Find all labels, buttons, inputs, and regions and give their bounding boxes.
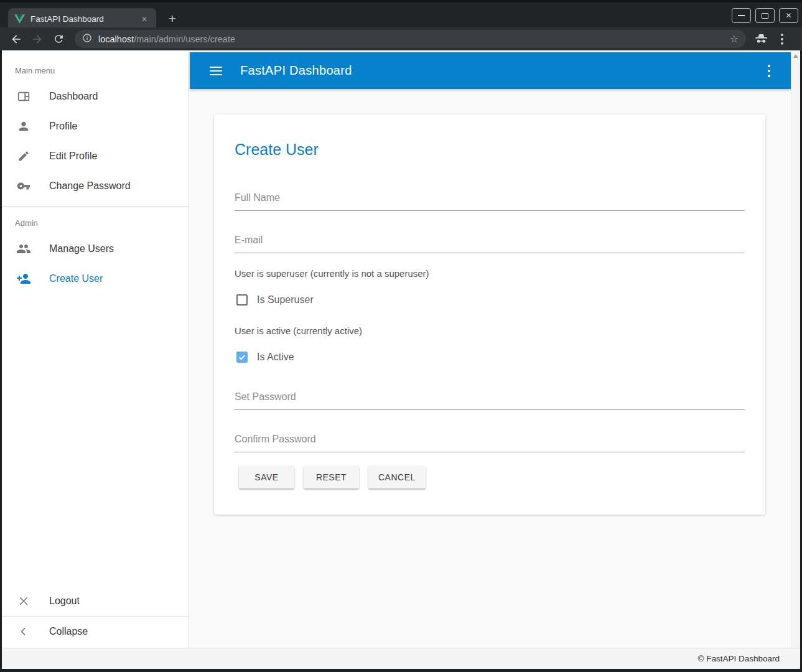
window-maximize-button[interactable] — [755, 8, 775, 23]
page-scrollbar[interactable] — [791, 50, 800, 669]
save-button[interactable]: SAVE — [239, 466, 294, 488]
back-button-icon[interactable] — [7, 30, 25, 48]
checkbox-label: Is Active — [257, 352, 294, 363]
sidebar-item-label: Edit Profile — [49, 151, 97, 162]
browser-toolbar: localhost/main/admin/users/create ☆ — [0, 27, 802, 50]
page-title: Create User — [235, 141, 319, 159]
active-hint: User is active (currently active) — [235, 325, 362, 337]
app-viewport: Main menu Dashboard Profile Edit Profile — [2, 50, 800, 669]
person-add-icon — [16, 271, 31, 286]
logout-x-icon — [16, 594, 31, 609]
forward-button-icon[interactable] — [29, 30, 46, 48]
confirm-password-input[interactable] — [235, 433, 745, 452]
window-close-button[interactable]: ✕ — [779, 8, 798, 23]
new-tab-button[interactable]: + — [163, 9, 182, 28]
email-input[interactable] — [235, 234, 745, 253]
is-superuser-checkbox[interactable]: Is Superuser — [236, 292, 314, 307]
sidebar-item-collapse[interactable]: Collapse — [2, 617, 189, 646]
sidebar-item-change-password[interactable]: Change Password — [2, 171, 189, 201]
reload-button-icon[interactable] — [50, 30, 67, 48]
app-bar: FastAPI Dashboard — [190, 52, 791, 89]
close-icon: ✕ — [785, 12, 791, 19]
sidebar-item-label: Collapse — [49, 626, 88, 637]
bookmark-star-icon[interactable]: ☆ — [730, 33, 739, 45]
sidebar-item-profile[interactable]: Profile — [2, 111, 189, 141]
is-active-checkbox[interactable]: Is Active — [236, 350, 294, 365]
main-content: FastAPI Dashboard Create User User is su… — [190, 50, 791, 648]
sidebar-item-label: Dashboard — [49, 91, 98, 102]
set-password-field — [235, 391, 745, 410]
incognito-icon — [752, 30, 770, 48]
superuser-hint: User is superuser (currently is not a su… — [235, 268, 429, 280]
dashboard-icon — [16, 89, 31, 104]
address-bar[interactable]: localhost/main/admin/users/create ☆ — [75, 30, 746, 48]
browser-tab[interactable]: FastAPI Dashboard ✕ — [8, 8, 156, 30]
full-name-input[interactable] — [235, 192, 745, 211]
email-field — [235, 234, 745, 253]
sidebar-divider — [2, 206, 189, 207]
sidebar-item-label: Create User — [49, 273, 103, 284]
sidebar-item-label: Profile — [49, 121, 77, 132]
sidebar-item-logout[interactable]: Logout — [2, 586, 189, 616]
minimize-icon — [738, 15, 745, 16]
window-controls: ✕ — [732, 8, 798, 23]
url-path: /main/admin/users/create — [134, 34, 235, 44]
app-footer: © FastAPI Dashboard — [2, 648, 800, 669]
form-actions: SAVE RESET CANCEL — [239, 466, 426, 488]
checkbox-icon[interactable] — [236, 294, 248, 306]
checkbox-icon[interactable] — [236, 352, 248, 363]
person-icon — [16, 119, 31, 134]
people-icon — [16, 241, 31, 256]
page-info-icon[interactable] — [82, 33, 92, 45]
key-icon — [16, 179, 31, 194]
maximize-icon — [762, 13, 768, 19]
copyright-text: © FastAPI Dashboard — [697, 654, 780, 663]
sidebar-item-label: Logout — [49, 595, 80, 607]
sidebar-item-edit-profile[interactable]: Edit Profile — [2, 141, 189, 171]
sidebar-caption-main-menu: Main menu — [2, 59, 189, 82]
sidebar-item-create-user[interactable]: Create User — [2, 264, 189, 294]
sidebar-bottom: Logout Collapse — [2, 586, 189, 646]
confirm-password-field — [235, 433, 745, 452]
browser-menu-kebab-icon[interactable] — [773, 30, 791, 48]
url-host: localhost — [98, 34, 134, 44]
scroll-up-arrow-icon[interactable] — [793, 54, 798, 58]
sidebar: Main menu Dashboard Profile Edit Profile — [2, 50, 189, 648]
vue-logo-favicon-icon — [14, 14, 25, 24]
appbar-title: FastAPI Dashboard — [240, 63, 765, 78]
reset-button[interactable]: RESET — [304, 466, 359, 488]
pencil-icon — [16, 149, 31, 164]
window-minimize-button[interactable] — [732, 8, 751, 23]
hamburger-menu-icon[interactable] — [210, 67, 222, 75]
sidebar-item-label: Manage Users — [49, 243, 114, 254]
browser-window: FastAPI Dashboard ✕ + ✕ localhost/main/a… — [0, 0, 802, 672]
sidebar-item-dashboard[interactable]: Dashboard — [2, 82, 189, 111]
tab-close-icon[interactable]: ✕ — [139, 14, 150, 25]
sidebar-item-manage-users[interactable]: Manage Users — [2, 234, 189, 264]
set-password-input[interactable] — [235, 391, 745, 410]
full-name-field — [235, 192, 745, 211]
checkbox-label: Is Superuser — [257, 294, 314, 306]
appbar-menu-kebab-icon[interactable] — [765, 65, 773, 77]
sidebar-item-label: Change Password — [49, 180, 131, 192]
chevron-left-icon — [16, 624, 31, 639]
tab-title: FastAPI Dashboard — [30, 14, 139, 24]
browser-titlebar: FastAPI Dashboard ✕ + ✕ — [0, 0, 802, 27]
cancel-button[interactable]: CANCEL — [368, 466, 426, 488]
create-user-card: Create User User is superuser (currently… — [214, 114, 765, 515]
sidebar-caption-admin: Admin — [2, 212, 189, 234]
